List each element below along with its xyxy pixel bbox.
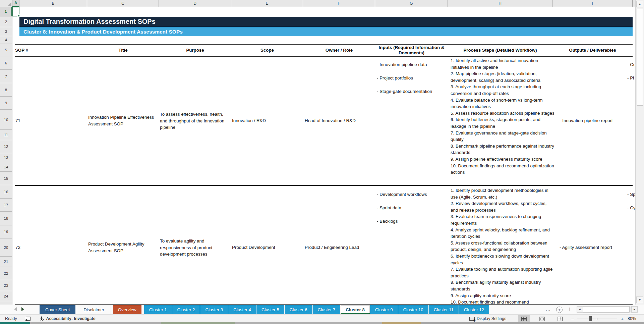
accessibility-checker-button[interactable]: Accessibility: Investigate <box>39 316 96 321</box>
column-header-G[interactable]: G <box>375 0 448 7</box>
cell-inputs[interactable]: - Innovation pipeline data- Project port… <box>377 61 448 101</box>
column-header-F[interactable]: F <box>303 0 375 7</box>
table-column-header[interactable]: Outputs / Deliverables <box>552 44 633 56</box>
page-break-preview-button[interactable] <box>554 315 566 322</box>
cell-scope[interactable]: Innovation / R&D <box>232 117 266 124</box>
row-header-7[interactable]: 7 <box>0 70 12 83</box>
zoom-out-button[interactable]: − <box>569 315 576 322</box>
zoom-percentage[interactable]: 80% <box>628 315 636 322</box>
column-header-E[interactable]: E <box>231 0 303 7</box>
sheet-tab-disclaimer[interactable]: Disclaimer <box>77 305 111 314</box>
horizontal-scrollbar[interactable] <box>583 306 631 313</box>
sheet-tab-cluster-5[interactable]: Cluster 5 <box>256 305 284 314</box>
select-all-corner[interactable] <box>0 0 12 7</box>
page-layout-view-button[interactable] <box>536 315 548 322</box>
cell-outputs[interactable]: - Innovation pipeline report <box>560 117 613 124</box>
cell-scope[interactable]: Product Development <box>232 244 275 251</box>
column-header-H[interactable]: H <box>448 0 552 7</box>
macro-record-icon[interactable] <box>26 317 31 321</box>
sheet-tab-cluster-6[interactable]: Cluster 6 <box>285 305 312 314</box>
vertical-scrollbar-thumb[interactable] <box>637 9 643 106</box>
row-header-11[interactable]: 11 <box>0 130 12 140</box>
row-header-3[interactable]: 3 <box>0 27 12 36</box>
zoom-in-button[interactable]: + <box>619 315 626 322</box>
row-header-1[interactable]: 1 <box>0 7 12 16</box>
sheet-tab-cluster-1[interactable]: Cluster 1 <box>144 305 172 314</box>
row-header-2[interactable]: 2 <box>0 16 12 27</box>
row-header-16[interactable]: 16 <box>0 185 12 199</box>
scroll-up-button[interactable]: ▲ <box>636 1 643 7</box>
sheet-tab-cluster-7[interactable]: Cluster 7 <box>313 305 341 314</box>
cell-sop-number[interactable]: 72 <box>15 244 20 251</box>
table-column-header[interactable]: Scope <box>231 44 303 56</box>
sheet-title-banner[interactable]: Digital Transformation Assessment SOPs <box>19 17 633 27</box>
row-header-21[interactable]: 21 <box>0 257 12 267</box>
sheet-tab-cluster-11[interactable]: Cluster 11 <box>429 305 459 314</box>
cell-inputs[interactable]: - Development workflows- Sprint data- Ba… <box>377 191 448 231</box>
table-column-header[interactable]: Purpose <box>159 44 231 56</box>
row-header-13[interactable]: 13 <box>0 153 12 162</box>
column-header-I[interactable]: I <box>552 0 633 7</box>
selected-cell-a1[interactable] <box>12 7 19 16</box>
column-header-A[interactable]: A <box>12 0 19 7</box>
sheet-tab-cover-sheet[interactable]: Cover Sheet <box>40 305 75 314</box>
table-column-header[interactable]: Process Steps (Detailed Workflow) <box>448 44 552 56</box>
display-settings-button[interactable]: Display Settings <box>469 315 506 322</box>
row-header-4[interactable]: 4 <box>0 36 12 44</box>
tab-scrollbar-divider[interactable]: ⁞ <box>569 307 570 312</box>
new-sheet-button[interactable]: + <box>556 307 563 313</box>
sheet-tab-cluster-8[interactable]: Cluster 8 <box>341 305 369 314</box>
cell-next-column-clipped[interactable]: - Sp- Cy <box>627 191 635 218</box>
cell-outputs[interactable]: - Agility assessment report <box>560 244 612 251</box>
sheet-tab-cluster-12[interactable]: Cluster 12 <box>459 305 489 314</box>
sheet-tab-cluster-3[interactable]: Cluster 3 <box>200 305 228 314</box>
cell-next-column-clipped[interactable]: - Co- Pi <box>627 61 635 88</box>
zoom-slider-thumb[interactable] <box>589 316 592 321</box>
sheet-canvas[interactable]: Digital Transformation Assessment SOPs C… <box>12 7 635 305</box>
row-header-12[interactable]: 12 <box>0 140 12 153</box>
next-sheets-arrow-icon[interactable] <box>21 307 24 311</box>
cell-sop-number[interactable]: 71 <box>15 117 20 124</box>
column-header-B[interactable]: B <box>19 0 87 7</box>
sheet-tab-cluster-10[interactable]: Cluster 10 <box>398 305 428 314</box>
cell-owner[interactable]: Head of Innovation / R&D <box>305 117 356 124</box>
sheet-tab-cluster-2[interactable]: Cluster 2 <box>172 305 200 314</box>
cell-title[interactable]: Product Development Agility Assessment S… <box>88 241 159 254</box>
row-header-6[interactable]: 6 <box>0 56 12 70</box>
cell-purpose[interactable]: To assess effectiveness, health, and thr… <box>160 111 227 131</box>
row-header-14[interactable]: 14 <box>0 162 12 172</box>
hscroll-right-button[interactable]: ► <box>631 306 638 313</box>
row-header-19[interactable]: 19 <box>0 225 12 238</box>
cell-title[interactable]: Innovation Pipeline Effectiveness Assess… <box>88 114 159 127</box>
scroll-down-button[interactable]: ▼ <box>636 296 643 303</box>
row-header-15[interactable]: 15 <box>0 172 12 185</box>
horizontal-scrollbar-thumb[interactable] <box>583 306 630 313</box>
table-column-header[interactable]: Owner / Role <box>303 44 375 56</box>
column-header-C[interactable]: C <box>87 0 159 7</box>
hscroll-left-button[interactable]: ◄ <box>577 306 583 313</box>
sheet-tab-cluster-4[interactable]: Cluster 4 <box>228 305 256 314</box>
row-header-22[interactable]: 22 <box>0 267 12 280</box>
zoom-slider[interactable] <box>577 319 617 319</box>
row-header-8[interactable]: 8 <box>0 83 12 97</box>
vertical-scrollbar[interactable]: ▲ ▼ <box>635 0 644 305</box>
sheet-tab-cluster-9[interactable]: Cluster 9 <box>370 305 398 314</box>
normal-view-button[interactable] <box>518 315 530 322</box>
more-tabs-ellipsis[interactable]: ... <box>546 307 551 312</box>
row-header-10[interactable]: 10 <box>0 110 12 130</box>
table-column-header[interactable]: SOP # <box>15 44 84 56</box>
table-column-header[interactable]: Inputs (Required Information & Documents… <box>375 44 448 56</box>
cell-process-steps[interactable]: 1. Identify all active and historical in… <box>451 57 555 176</box>
cluster-subtitle-banner[interactable]: Cluster 8: Innovation & Product Developm… <box>19 27 633 36</box>
cell-process-steps[interactable]: 1. Identify product development methodol… <box>451 187 555 305</box>
row-header-9[interactable]: 9 <box>0 97 12 110</box>
previous-sheets-arrow-icon[interactable] <box>14 307 17 311</box>
cell-purpose[interactable]: To evaluate agility and responsiveness o… <box>160 238 227 258</box>
row-header-23[interactable]: 23 <box>0 280 12 291</box>
row-header-20[interactable]: 20 <box>0 238 12 257</box>
row-header-5[interactable]: 5 <box>0 44 12 56</box>
column-header-D[interactable]: D <box>159 0 231 7</box>
row-header-24[interactable]: 24 <box>0 291 12 301</box>
fill-handle[interactable] <box>17 14 20 17</box>
table-column-header[interactable]: Title <box>87 44 159 56</box>
